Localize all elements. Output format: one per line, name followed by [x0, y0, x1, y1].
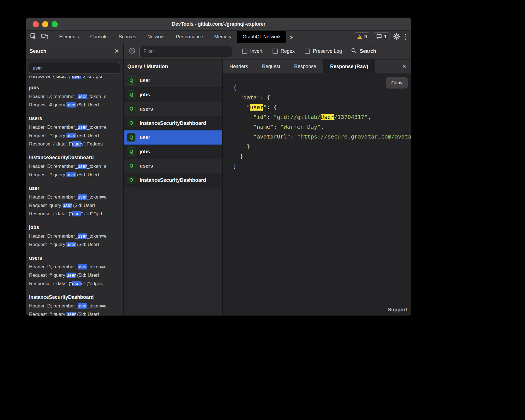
- more-tabs-chevron-icon[interactable]: »: [286, 31, 297, 43]
- text-segment: Request query: [29, 203, 63, 208]
- query-type-badge: Q: [127, 133, 135, 142]
- issue-count: 1: [384, 34, 387, 39]
- search-result-group: userHeader D; remember_user_token=eReque…: [29, 184, 123, 218]
- text-segment: "id": [253, 114, 267, 120]
- query-row-label: jobs: [140, 149, 150, 155]
- support-link[interactable]: Support: [388, 307, 407, 313]
- search-panel-title: Search: [30, 48, 114, 54]
- code-line: "user": {: [233, 102, 411, 112]
- copy-button[interactable]: Copy: [386, 77, 408, 89]
- filter-input[interactable]: [139, 46, 232, 57]
- clear-log-icon[interactable]: [129, 47, 136, 55]
- text-segment: Request # query: [29, 133, 66, 138]
- query-row-label: instanceSecurityDashboard: [140, 177, 206, 183]
- result-line[interactable]: Header D; remember_user_token=e: [29, 162, 123, 171]
- settings-gear-icon[interactable]: [393, 33, 400, 41]
- detail-panel-close-icon[interactable]: ×: [397, 59, 411, 73]
- toolbar-right-icons: 9 1: [354, 31, 411, 43]
- query-row-jobs[interactable]: Qjobs: [124, 145, 222, 159]
- close-window-button[interactable]: [33, 21, 39, 27]
- query-list: QuserQjobsQusersQinstanceSecurityDashboa…: [124, 73, 222, 187]
- checkbox-box[interactable]: [242, 49, 247, 54]
- warnings-badge[interactable]: 9: [354, 32, 370, 41]
- tab-headers[interactable]: Headers: [223, 59, 255, 73]
- result-title[interactable]: users: [29, 114, 123, 123]
- query-type-badge: Q: [127, 90, 135, 99]
- tab-network[interactable]: Network: [142, 31, 170, 43]
- issues-badge[interactable]: 1: [373, 32, 390, 41]
- warning-icon: [357, 35, 362, 39]
- result-title[interactable]: jobs: [29, 223, 123, 232]
- text-segment: ($id: UserI: [76, 172, 99, 177]
- search-panel-close-icon[interactable]: ×: [114, 47, 119, 55]
- query-row-label: instanceSecurityDashboard: [140, 120, 206, 126]
- minimize-window-button[interactable]: [42, 21, 48, 27]
- query-row-user[interactable]: Quser: [124, 130, 222, 145]
- result-line[interactable]: Request # query user ($id: UserI: [29, 240, 123, 249]
- query-row-instanceSecurityDashboard[interactable]: QinstanceSecurityDashboard: [124, 173, 222, 187]
- text-segment: }: [233, 163, 237, 169]
- tab-sources[interactable]: Sources: [113, 31, 142, 43]
- tab-console[interactable]: Console: [85, 31, 113, 43]
- titlebar[interactable]: DevTools - gitlab.com/-/graphql-explorer: [26, 18, 411, 31]
- search-toggle-label: Search: [360, 48, 376, 54]
- text-segment: Header D; remember_: [29, 194, 78, 200]
- result-line[interactable]: Header D; remember_user_token=e: [29, 92, 123, 101]
- query-type-badge: Q: [127, 162, 135, 170]
- tab-response-raw[interactable]: Response (Raw): [323, 59, 375, 73]
- result-title[interactable]: jobs: [29, 83, 123, 92]
- result-line[interactable]: Request # query user ($id: UserI: [29, 101, 123, 109]
- filter-bar: Invert Regex Preserve Log Search: [124, 43, 411, 59]
- zoom-window-button[interactable]: [52, 21, 58, 27]
- result-title[interactable]: users: [29, 254, 123, 263]
- tab-performance[interactable]: Performance: [170, 31, 209, 43]
- device-toolbar-icon[interactable]: [41, 33, 48, 41]
- result-line[interactable]: Header D; remember_user_token=e: [29, 193, 123, 201]
- invert-label: Invert: [250, 48, 262, 54]
- query-row-instanceSecurityDashboard[interactable]: QinstanceSecurityDashboard: [124, 116, 222, 130]
- result-line[interactable]: Header D; remember_user_token=e: [29, 302, 123, 310]
- result-line[interactable]: Header D; remember_user_token=e: [29, 263, 123, 271]
- invert-checkbox[interactable]: Invert: [242, 48, 262, 54]
- tab-elements[interactable]: Elements: [54, 31, 85, 43]
- result-line[interactable]: Header D; remember_user_token=e: [29, 232, 123, 240]
- result-line[interactable]: Request # query user ($id: UserI: [29, 132, 123, 140]
- tab-response[interactable]: Response: [287, 59, 323, 73]
- query-row-users[interactable]: Qusers: [124, 159, 222, 173]
- result-line[interactable]: Request # query user ($id: UserI: [29, 271, 123, 280]
- query-row-jobs[interactable]: Qjobs: [124, 88, 222, 102]
- search-match-highlight: user: [78, 264, 87, 269]
- query-mutation-panel: Query / Mutation QuserQjobsQusersQinstan…: [124, 59, 223, 316]
- result-title[interactable]: instanceSecurityDashboard: [29, 293, 123, 302]
- tab-memory[interactable]: Memory: [209, 31, 237, 43]
- result-line[interactable]: Header D; remember_user_token=e: [29, 123, 123, 132]
- query-row-user[interactable]: Quser: [124, 73, 222, 88]
- result-line[interactable]: Response {"data":{"users":{"edges: [29, 140, 123, 148]
- text-segment: :: [274, 123, 280, 130]
- tab-request[interactable]: Request: [255, 59, 287, 73]
- regex-checkbox[interactable]: Regex: [273, 48, 295, 54]
- result-title[interactable]: instanceSecurityDashboard: [29, 153, 123, 162]
- query-row-users[interactable]: Qusers: [124, 102, 222, 116]
- result-line[interactable]: Request # query user ($id: UserI: [29, 171, 123, 179]
- window-controls: [33, 21, 58, 27]
- tab-graphql-network[interactable]: GraphQL Network: [237, 31, 286, 43]
- checkbox-box[interactable]: [305, 49, 310, 54]
- result-line[interactable]: Response {"data":{"user":{"id":"gid: [29, 76, 123, 80]
- search-input[interactable]: [29, 63, 120, 73]
- result-line[interactable]: Request query user ($id: UserI: [29, 201, 123, 210]
- inspect-element-icon[interactable]: [30, 33, 37, 41]
- search-match-highlight: user: [78, 303, 87, 309]
- result-line[interactable]: Request # query user ($id: UserI: [29, 310, 123, 316]
- text-segment: Header D; remember_: [29, 164, 78, 169]
- checkbox-box[interactable]: [273, 49, 278, 54]
- search-results: Response {"data":{"user":{"id":"gid jobs…: [26, 76, 123, 316]
- preserve-log-checkbox[interactable]: Preserve Log: [305, 48, 342, 54]
- search-toggle-button[interactable]: Search: [351, 48, 376, 55]
- result-title[interactable]: user: [29, 184, 123, 193]
- result-line[interactable]: Response {"data":{"users":{"edges: [29, 280, 123, 288]
- kebab-menu-icon[interactable]: [404, 34, 407, 40]
- text-segment: [233, 114, 253, 120]
- search-result-group: usersHeader D; remember_user_token=eRequ…: [29, 254, 123, 288]
- result-line[interactable]: Response {"data":{"user":{"id":"gid: [29, 210, 123, 218]
